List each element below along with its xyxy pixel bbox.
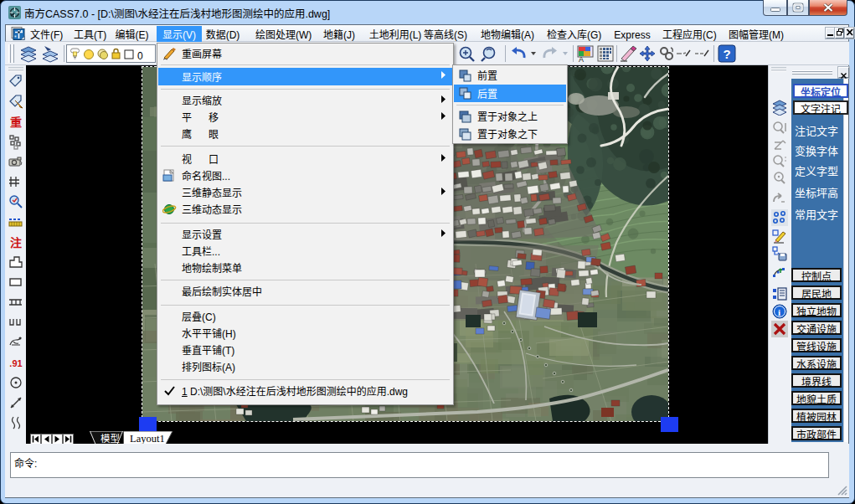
svg-text:A: A <box>579 55 584 63</box>
svg-text:Layout1: Layout1 <box>130 433 165 445</box>
svg-text:?: ? <box>724 47 731 61</box>
svg-text:i: i <box>778 307 780 317</box>
svg-text:模型: 模型 <box>100 431 120 445</box>
